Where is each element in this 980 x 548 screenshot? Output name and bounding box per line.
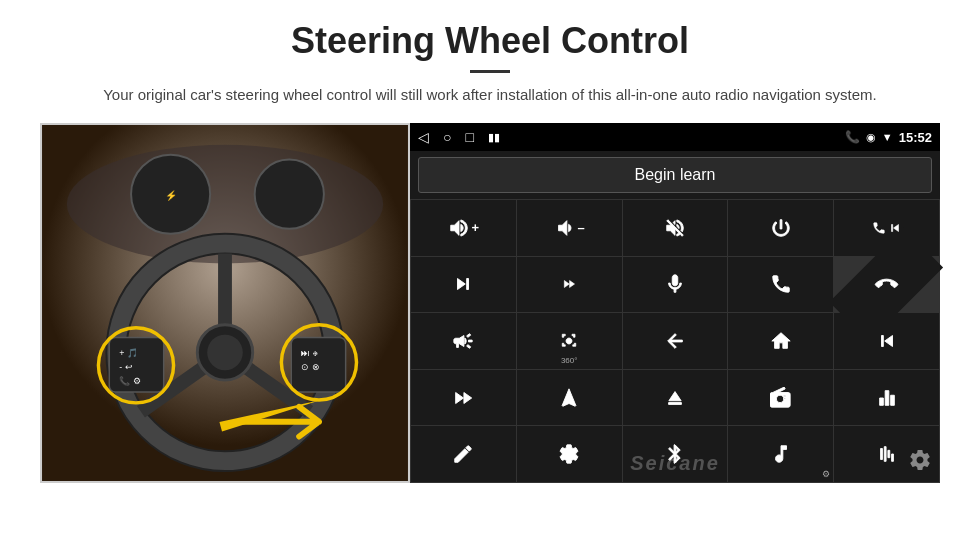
vol-up-button[interactable]: + [411,200,516,256]
control-grid: + – [410,199,940,483]
eject-button[interactable] [623,370,728,426]
svg-text:⏭ ⊕: ⏭ ⊕ [301,348,317,358]
bluetooth-button[interactable] [623,426,728,482]
status-left-icons: ◁ ○ □ ▮▮ [418,129,500,145]
radio-button[interactable] [728,370,833,426]
home-button[interactable] [728,313,833,369]
fast-forward-button[interactable] [411,370,516,426]
title-divider [470,70,510,73]
skip-prev-button[interactable] [834,313,939,369]
settings-gear-icon[interactable] [908,448,932,477]
horn-button[interactable] [411,313,516,369]
steering-wheel-svg: ⚡ + 🎵 - ↩ 📞 ⚙ ⏭ ⊕ ⊙ ⊗ [42,125,408,481]
navigation-button[interactable] [517,370,622,426]
content-area: ⚡ + 🎵 - ↩ 📞 ⚙ ⏭ ⊕ ⊙ ⊗ [40,123,940,483]
steering-wheel-image: ⚡ + 🎵 - ↩ 📞 ⚙ ⏭ ⊕ ⊙ ⊗ [40,123,410,483]
wifi-icon: ▼ [882,131,893,143]
android-ui: ◁ ○ □ ▮▮ 📞 ◉ ▼ 15:52 Begin learn [410,123,940,483]
recents-icon[interactable]: □ [465,129,473,145]
begin-learn-button[interactable]: Begin learn [418,157,932,193]
equalizer-button[interactable] [834,370,939,426]
edit-button[interactable] [411,426,516,482]
settings-button[interactable] [517,426,622,482]
vol-down-button[interactable]: – [517,200,622,256]
music-button[interactable]: ⚙ [728,426,833,482]
camera-360-button[interactable]: 360° [517,313,622,369]
page-container: Steering Wheel Control Your original car… [0,0,980,493]
begin-learn-row: Begin learn [410,151,940,199]
battery-icon: ▮▮ [488,131,500,144]
location-icon: ◉ [866,131,876,144]
skip-next-button[interactable] [411,257,516,313]
svg-text:⚡: ⚡ [165,189,178,202]
clock: 15:52 [899,130,932,145]
svg-point-3 [255,160,324,229]
home-icon[interactable]: ○ [443,129,451,145]
microphone-button[interactable] [623,257,728,313]
svg-text:📞 ⚙: 📞 ⚙ [119,375,140,387]
vol-mute-button[interactable] [623,200,728,256]
seek-forward-button[interactable] [517,257,622,313]
page-subtitle: Your original car's steering wheel contr… [90,83,890,107]
svg-point-11 [207,335,243,371]
page-title: Steering Wheel Control [40,20,940,62]
svg-text:-  ↩: - ↩ [119,362,132,372]
status-right: 📞 ◉ ▼ 15:52 [845,130,932,145]
power-button[interactable] [728,200,833,256]
phone-status-icon: 📞 [845,130,860,144]
status-bar: ◁ ○ □ ▮▮ 📞 ◉ ▼ 15:52 [410,123,940,151]
back-icon[interactable]: ◁ [418,129,429,145]
title-section: Steering Wheel Control Your original car… [40,20,940,107]
svg-text:⊙ ⊗: ⊙ ⊗ [301,362,319,372]
phone-answer-button[interactable] [728,257,833,313]
svg-text:+  🎵: + 🎵 [119,347,139,359]
back-button[interactable] [623,313,728,369]
